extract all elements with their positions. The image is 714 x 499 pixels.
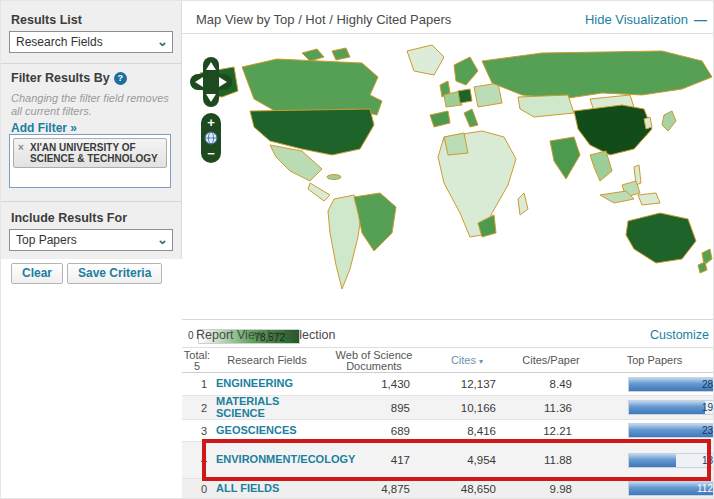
top-papers-value: 19 bbox=[702, 402, 713, 413]
hide-visualization-link[interactable]: Hide Visualization— bbox=[585, 12, 707, 27]
cites-per-paper-value: 9.98 bbox=[508, 483, 594, 495]
row-rank: 1 bbox=[182, 378, 212, 390]
customize-link[interactable]: Customize bbox=[650, 328, 709, 342]
top-papers-bar: 23 bbox=[628, 423, 714, 438]
table-row: 3 GEOSCIENCES 689 8,416 12.21 23 bbox=[182, 420, 714, 442]
col-cites-sortable[interactable]: Cites ▾ bbox=[426, 355, 508, 367]
report-table: Total:5 Research Fields Web of ScienceDo… bbox=[182, 349, 714, 499]
wos-documents-value: 417 bbox=[322, 454, 426, 466]
wos-documents-value: 895 bbox=[322, 402, 426, 414]
row-rank: 3 bbox=[182, 425, 212, 437]
cites-value: 4,954 bbox=[426, 454, 508, 466]
research-field-link[interactable]: ENVIRONMENT/ECOLOGY bbox=[212, 454, 322, 466]
zoom-control-icon: + − bbox=[201, 113, 221, 163]
col-wos-documents: Web of ScienceDocuments bbox=[322, 350, 426, 372]
map-controls: + − bbox=[189, 57, 233, 173]
world-map[interactable]: + − 0 78,572 bbox=[182, 37, 714, 291]
top-papers-bar: 13 bbox=[628, 453, 714, 468]
wos-documents-value: 1,430 bbox=[322, 378, 426, 390]
cites-value: 8,416 bbox=[426, 425, 508, 437]
top-papers-bar: 19 bbox=[628, 400, 714, 415]
include-results-dropdown[interactable]: Top Papers ⌄ bbox=[9, 229, 173, 251]
report-table-body: 1 ENGINEERING 1,430 12,137 8.49 28 2 MAT… bbox=[182, 373, 714, 499]
map-view-title: Map View by Top / Hot / Highly Cited Pap… bbox=[196, 12, 451, 27]
top-papers-value: 13 bbox=[702, 455, 713, 466]
row-rank: 0 bbox=[182, 483, 212, 495]
cites-per-paper-value: 12.21 bbox=[508, 425, 594, 437]
include-results-dropdown-value: Top Papers bbox=[16, 233, 77, 247]
col-research-fields: Research Fields bbox=[212, 355, 322, 366]
report-view-title: Report View by Selection bbox=[196, 328, 335, 342]
main-panel: Map View by Top / Hot / Highly Cited Pap… bbox=[182, 1, 714, 499]
divider bbox=[182, 319, 714, 320]
table-header-row: Total:5 Research Fields Web of ScienceDo… bbox=[182, 349, 714, 373]
research-field-link[interactable]: MATERIALS SCIENCE bbox=[212, 396, 322, 419]
chevron-down-icon: ⌄ bbox=[157, 230, 168, 250]
question-mark-icon[interactable]: ? bbox=[114, 72, 127, 85]
cites-value: 48,650 bbox=[426, 483, 508, 495]
sidebar-divider bbox=[1, 201, 182, 202]
minus-icon: — bbox=[694, 12, 707, 27]
cites-per-paper-value: 8.49 bbox=[508, 378, 594, 390]
row-rank: 4 bbox=[182, 454, 212, 466]
cites-per-paper-value: 11.36 bbox=[508, 402, 594, 414]
wos-documents-value: 4,875 bbox=[322, 483, 426, 495]
top-papers-bar: 28 bbox=[628, 377, 714, 392]
active-filters-box: × XI'AN UNIVERSITY OF SCIENCE & TECHNOLO… bbox=[9, 134, 171, 188]
add-filter-link[interactable]: Add Filter » bbox=[11, 121, 77, 135]
pan-control-icon bbox=[190, 57, 232, 107]
filter-results-by-label: Filter Results By? bbox=[11, 71, 127, 85]
esi-map-view-page: Results List Research Fields ⌄ Filter Re… bbox=[0, 0, 714, 499]
save-criteria-button[interactable]: Save Criteria bbox=[67, 263, 162, 284]
cites-value: 12,137 bbox=[426, 378, 508, 390]
table-row: 1 ENGINEERING 1,430 12,137 8.49 28 bbox=[182, 373, 714, 396]
sidebar: Results List Research Fields ⌄ Filter Re… bbox=[1, 1, 182, 499]
sidebar-divider bbox=[1, 63, 182, 64]
map-header: Map View by Top / Hot / Highly Cited Pap… bbox=[182, 1, 714, 34]
wos-documents-value: 689 bbox=[322, 425, 426, 437]
table-row: 2 MATERIALS SCIENCE 895 10,166 11.36 19 bbox=[182, 396, 714, 420]
remove-filter-icon[interactable]: × bbox=[18, 142, 24, 153]
svg-text:−: − bbox=[207, 146, 215, 161]
svg-text:+: + bbox=[207, 115, 215, 130]
top-papers-bar: 112 bbox=[628, 481, 714, 496]
top-papers-value: 112 bbox=[697, 483, 713, 494]
results-list-dropdown[interactable]: Research Fields ⌄ bbox=[9, 31, 173, 53]
filter-note: Changing the filter field removes all cu… bbox=[11, 92, 171, 118]
sort-descending-icon: ▾ bbox=[479, 357, 483, 366]
results-list-label: Results List bbox=[11, 13, 82, 27]
col-cites-per-paper: Cites/Paper bbox=[508, 355, 594, 366]
report-header: Report View by Selection Customize bbox=[182, 321, 714, 348]
filter-tag: × XI'AN UNIVERSITY OF SCIENCE & TECHNOLO… bbox=[13, 138, 167, 168]
research-field-link[interactable]: ALL FIELDS bbox=[212, 483, 322, 495]
chevron-down-icon: ⌄ bbox=[157, 32, 168, 52]
include-results-label: Include Results For bbox=[11, 211, 127, 225]
top-papers-value: 28 bbox=[702, 379, 713, 390]
clear-button[interactable]: Clear bbox=[11, 263, 63, 284]
cites-value: 10,166 bbox=[426, 402, 508, 414]
row-rank: 2 bbox=[182, 402, 212, 414]
filter-tag-label: XI'AN UNIVERSITY OF SCIENCE & TECHNOLOGY bbox=[30, 142, 158, 164]
results-list-dropdown-value: Research Fields bbox=[16, 35, 103, 49]
choropleth-map-svg bbox=[182, 37, 714, 291]
research-field-link[interactable]: GEOSCIENCES bbox=[212, 425, 322, 437]
top-papers-value: 23 bbox=[702, 425, 713, 436]
table-row: 4 ENVIRONMENT/ECOLOGY 417 4,954 11.88 13 bbox=[182, 442, 714, 479]
cites-per-paper-value: 11.88 bbox=[508, 454, 594, 466]
table-row: 0 ALL FIELDS 4,875 48,650 9.98 112 bbox=[182, 479, 714, 499]
col-top-papers: Top Papers bbox=[594, 355, 714, 366]
research-field-link[interactable]: ENGINEERING bbox=[212, 378, 322, 390]
total-count: Total:5 bbox=[182, 350, 212, 372]
